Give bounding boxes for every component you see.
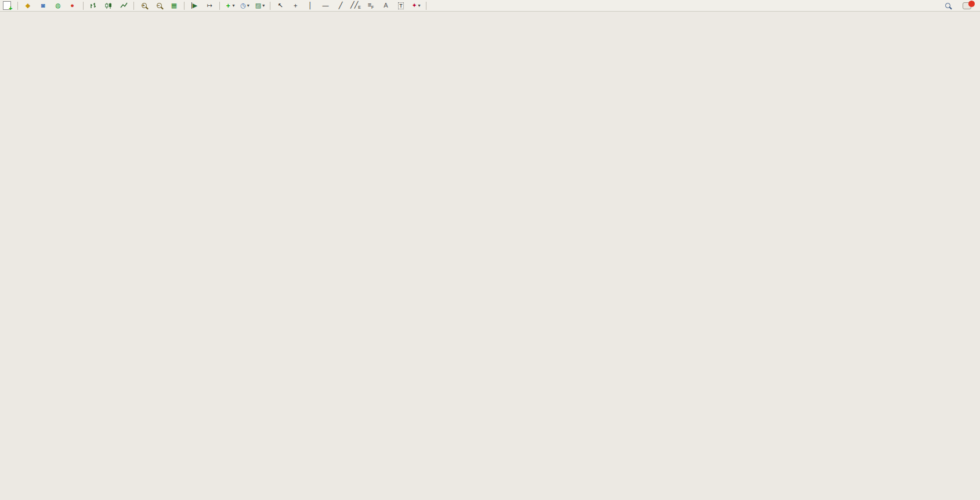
channel-icon: ╱╱E	[350, 2, 361, 9]
separator	[133, 2, 134, 10]
separator	[426, 2, 426, 10]
auto-scroll-icon: ▶	[191, 2, 197, 9]
separator	[83, 2, 84, 10]
bar-chart-icon	[90, 2, 97, 9]
line-chart-icon	[120, 2, 128, 9]
search-button[interactable]	[941, 1, 954, 11]
periods-icon: ◷	[240, 2, 246, 9]
signals-button[interactable]: ◍	[51, 1, 65, 11]
tile-windows-button[interactable]: ▦	[167, 1, 181, 11]
notification-badge	[968, 1, 975, 7]
toolbar-right-group	[940, 1, 974, 11]
toolbar: + ◆ ◙ ◍ ● + − ▦ ▶ ↦ ＋▾ ◷▾ ▨▾ ↖ ＋	[0, 0, 980, 12]
trendline-button[interactable]: ╱	[334, 1, 348, 11]
text-icon: A	[384, 2, 388, 9]
cursor-icon: ↖	[277, 2, 283, 9]
crosshair-button[interactable]: ＋	[288, 1, 302, 11]
auto-trading-icon: ●	[70, 2, 74, 9]
horizontal-line-icon: —	[323, 2, 329, 9]
separator	[17, 2, 18, 10]
label-icon: T	[398, 2, 404, 9]
label-button[interactable]: T	[394, 1, 408, 11]
vertical-line-icon: │	[309, 2, 313, 9]
notification-icon	[963, 2, 971, 9]
notifications-button[interactable]	[960, 1, 974, 11]
fibonacci-button[interactable]: ≡F	[364, 1, 378, 11]
data-window-button[interactable]: ◙	[36, 1, 50, 11]
price-chart[interactable]	[0, 12, 980, 500]
chart-shift-button[interactable]: ↦	[202, 1, 216, 11]
auto-trading-button[interactable]: ●	[66, 1, 80, 11]
chart-window[interactable]	[0, 12, 980, 500]
bar-chart-button[interactable]	[86, 1, 100, 11]
chart-title[interactable]	[6, 15, 11, 22]
separator	[219, 2, 220, 10]
trendline-icon: ╱	[339, 2, 343, 9]
zoom-in-icon: +	[142, 3, 147, 8]
market-watch-button[interactable]: ◆	[21, 1, 35, 11]
metatrader-window: { "toolbar": { "new_order_label": "新订单",…	[0, 0, 980, 500]
channel-button[interactable]: ╱╱E	[349, 1, 363, 11]
candlestick-chart-button[interactable]	[102, 1, 115, 11]
line-chart-button[interactable]	[117, 1, 131, 11]
arrows-button[interactable]: ✦▾	[409, 1, 423, 11]
templates-button[interactable]: ▨▾	[253, 1, 267, 11]
candlestick-chart-icon	[105, 2, 113, 9]
zoom-out-icon: −	[157, 3, 162, 8]
crosshair-icon: ＋	[292, 2, 299, 9]
text-button[interactable]: A	[379, 1, 393, 11]
indicators-button[interactable]: ＋▾	[223, 1, 237, 11]
periods-button[interactable]: ◷▾	[238, 1, 252, 11]
signal-icon: ◍	[55, 2, 61, 9]
data-window-icon: ◙	[41, 2, 45, 9]
separator	[184, 2, 185, 10]
indicators-icon: ＋	[225, 2, 231, 9]
chart-shift-icon: ↦	[207, 2, 212, 9]
new-order-button[interactable]: +	[1, 1, 15, 11]
auto-scroll-button[interactable]: ▶	[187, 1, 201, 11]
new-order-icon: +	[3, 1, 11, 10]
search-icon	[945, 3, 950, 8]
horizontal-line-button[interactable]: —	[319, 1, 332, 11]
fibonacci-icon: ≡F	[368, 2, 374, 9]
arrows-icon: ✦	[411, 2, 417, 9]
tile-windows-icon: ▦	[171, 2, 177, 9]
cursor-button[interactable]: ↖	[273, 1, 287, 11]
zoom-in-button[interactable]: +	[137, 1, 151, 11]
zoom-out-button[interactable]: −	[152, 1, 166, 11]
vertical-line-button[interactable]: │	[303, 1, 317, 11]
templates-icon: ▨	[255, 2, 261, 9]
market-icon: ◆	[26, 2, 30, 9]
separator	[270, 2, 270, 10]
